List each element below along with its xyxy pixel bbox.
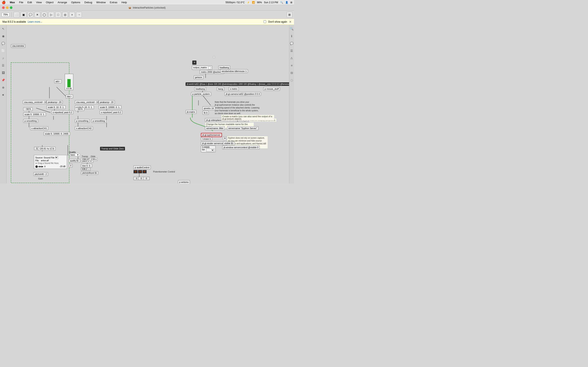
- spotlight-icon[interactable]: 🔍: [280, 1, 283, 4]
- node-t-erase[interactable]: t erase b: [201, 137, 212, 141]
- pause-btn[interactable]: ⏸: [44, 165, 46, 167]
- node-p-particle[interactable]: p particle_system: [191, 92, 211, 96]
- menu-options[interactable]: Options: [70, 1, 81, 4]
- play-btn[interactable]: ▶: [42, 165, 43, 167]
- right-sidebar-alert[interactable]: ⚠: [290, 56, 294, 60]
- menu-file[interactable]: File: [18, 1, 24, 4]
- node-pitchshift[interactable]: pitchshift~ 2: [34, 172, 48, 176]
- prev-btn[interactable]: ◀◀: [38, 165, 42, 167]
- node-p-smoothing2[interactable]: p smoothing: [75, 119, 90, 123]
- node-sendwindow[interactable]: sendwindow idlemouse 1: [220, 69, 248, 73]
- right-sidebar-scroll[interactable]: ≡: [290, 63, 294, 68]
- sidebar-music-icon[interactable]: ♪: [1, 56, 6, 60]
- right-sidebar-chat[interactable]: 💬: [290, 41, 294, 46]
- sidebar-patch-icon[interactable]: ◉: [1, 34, 6, 38]
- pot-box-3[interactable]: 0: [143, 177, 149, 180]
- node-pitchshiftcent[interactable]: pitchshiftcent $1: [81, 171, 98, 175]
- menu-debug[interactable]: Debug: [84, 1, 93, 4]
- sidebar-plus-icon[interactable]: ⊕: [1, 85, 6, 90]
- node-bang[interactable]: bang: [217, 87, 224, 91]
- node-tl[interactable]: tl: [69, 164, 72, 167]
- node-dac[interactable]: dac~: [66, 95, 73, 98]
- right-sidebar-circle[interactable]: ◌: [290, 78, 294, 82]
- toolbar-btn-2[interactable]: ▣: [21, 12, 26, 17]
- menu-app-name[interactable]: Max: [9, 1, 16, 4]
- sidebar-list-icon[interactable]: ☰: [1, 63, 6, 68]
- toolbar-btn-square[interactable]: □: [55, 12, 61, 17]
- node-past1[interactable]: past 0.2: [63, 110, 73, 114]
- node-p-audio-control[interactable]: p audioControl: [134, 166, 151, 169]
- node-tb-b[interactable]: tb b: [203, 111, 209, 115]
- node-transp-glide-zero[interactable]: Transp and Glide Zero: [100, 147, 125, 150]
- sidebar-present-icon[interactable]: ⬜: [1, 49, 6, 53]
- toolbar-btn-target[interactable]: ◎: [62, 12, 68, 17]
- node-loadbang1[interactable]: loadbang: [218, 66, 230, 69]
- node-num9974-2[interactable]: ~ 9974.: [75, 108, 84, 111]
- toolbar-btn-comment[interactable]: 💬: [27, 12, 33, 17]
- node-p-smoothing3[interactable]: p smoothing: [91, 119, 106, 123]
- node-output-matrix[interactable]: output_matrix: [192, 66, 212, 70]
- node-line[interactable]: line 0. 0.: [81, 164, 92, 167]
- patch-canvas[interactable]: zsa.overview ✕ output_matrix loadbang me…: [7, 25, 289, 184]
- node-peakamp1[interactable]: peakamp~ 20: [47, 100, 63, 104]
- toolbar-btn-circle[interactable]: ◯: [42, 12, 47, 17]
- menu-edit[interactable]: Edit: [26, 1, 33, 4]
- right-sidebar-sliders[interactable]: ⊟: [290, 71, 294, 75]
- node-jit-world[interactable]: jit.world tut02 @fsaa 1 @size 320 240 @w…: [186, 82, 289, 86]
- toolbar-btn-x[interactable]: ✕: [35, 12, 40, 17]
- node-visible[interactable]: visible $1: [223, 142, 235, 145]
- node-num9974-1[interactable]: ~ 9974.: [23, 108, 33, 111]
- node-attraction-ch1[interactable]: s attractionCH1: [30, 126, 48, 130]
- node-servername-jitter[interactable]: servername Jitter: [205, 126, 225, 130]
- right-sidebar-list[interactable]: ☰: [290, 49, 294, 53]
- menu-arrange[interactable]: Arrange: [57, 1, 68, 4]
- sidebar-message-icon[interactable]: 💬: [1, 41, 6, 46]
- node-scale2[interactable]: scale 0. 10000. 0. 1.: [23, 113, 46, 116]
- node-adc[interactable]: adc~: [54, 80, 62, 83]
- toolbar-btn-grid[interactable]: ⊞: [287, 12, 292, 17]
- node-scale5[interactable]: scale 0. 10000. 0. 2400.: [44, 132, 70, 136]
- right-sidebar-search[interactable]: 🔍: [290, 26, 294, 31]
- node-past2[interactable]: past 0.2: [112, 110, 122, 114]
- notification-link[interactable]: Learn more...: [27, 20, 42, 23]
- quality-dropdown[interactable]: basic ▼: [69, 153, 80, 156]
- apple-menu[interactable]: 🍎: [2, 0, 6, 4]
- node-getsize[interactable]: getsize: [194, 75, 203, 79]
- node-qmetro[interactable]: qmetro 16: [203, 106, 215, 110]
- sidebar-cursor-icon[interactable]: ↖: [1, 26, 6, 31]
- node-loadbang2[interactable]: loadbang: [194, 87, 206, 91]
- toolbar-btn-arrow[interactable]: →: [76, 12, 82, 17]
- node-scale1[interactable]: scale 0. 10. 0. 1.: [47, 105, 66, 109]
- menu-view[interactable]: View: [35, 1, 43, 4]
- maximize-button[interactable]: [10, 6, 12, 9]
- right-sidebar-info[interactable]: ℹ: [290, 34, 294, 38]
- menu-extras[interactable]: Extras: [109, 1, 118, 4]
- source-dropdown[interactable]: [55, 156, 58, 159]
- node-peakamp2[interactable]: peakamp~ 20: [99, 100, 115, 104]
- toolbar-btn-play[interactable]: ▷: [48, 12, 54, 17]
- node-s-metro[interactable]: s metro: [229, 87, 239, 91]
- minimize-button[interactable]: [6, 6, 9, 9]
- node-quality1[interactable]: quality $1: [69, 159, 80, 162]
- sidebar-pin-icon[interactable]: 📌: [1, 78, 6, 82]
- node-scale4[interactable]: scale 0. 10000. 0. 1.: [99, 105, 121, 109]
- dont-show-checkbox[interactable]: [264, 20, 266, 23]
- notification-close-button[interactable]: ✕: [289, 20, 292, 24]
- grid-icon[interactable]: ⊞: [290, 1, 292, 4]
- node-zsa-overview[interactable]: zsa.overview: [11, 44, 25, 48]
- sidebar-star-icon[interactable]: ★: [1, 92, 6, 97]
- node-jit-syphonserver[interactable]: jit.gl.syphonserver: [201, 133, 222, 137]
- node-attraction-ch2[interactable]: s attractionCH2: [75, 126, 93, 130]
- numbox-638[interactable]: 638.2ct: [81, 167, 90, 171]
- node-x-close[interactable]: ✕: [192, 60, 196, 65]
- node-live-gain[interactable]: 0.0 dB: [65, 74, 73, 90]
- close-button[interactable]: [2, 6, 5, 9]
- node-p-arduino[interactable]: p arduino: [178, 180, 190, 184]
- menu-window[interactable]: Window: [95, 1, 107, 4]
- node-jit-matrix[interactable]: jit.matrix: [186, 110, 196, 114]
- menu-help[interactable]: Help: [121, 1, 128, 4]
- node-jit-window[interactable]: jit.window servercontext @visible 0: [222, 146, 260, 149]
- node-p-mouse-stuff[interactable]: p mouse_stuff: [263, 87, 280, 91]
- sidebar-image-icon[interactable]: 🖼: [1, 71, 6, 75]
- menu-object[interactable]: Object: [45, 1, 54, 4]
